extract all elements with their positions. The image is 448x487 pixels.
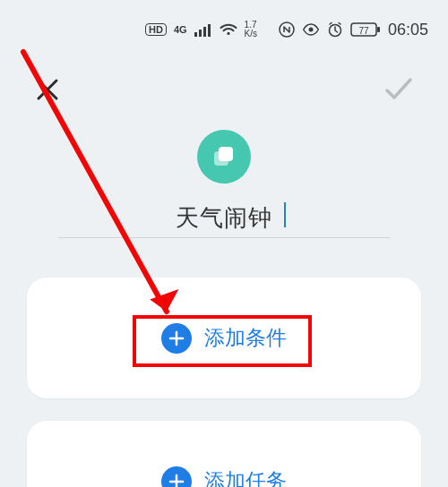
net-rate: 1.7 K/s bbox=[245, 21, 257, 38]
eye-icon bbox=[302, 23, 320, 36]
svg-rect-3 bbox=[208, 24, 211, 37]
svg-point-5 bbox=[308, 28, 313, 32]
svg-rect-0 bbox=[194, 32, 197, 37]
close-button[interactable] bbox=[34, 76, 61, 103]
close-icon bbox=[34, 76, 61, 103]
svg-rect-2 bbox=[203, 27, 206, 37]
svg-rect-1 bbox=[199, 30, 202, 37]
hd-badge: HD bbox=[145, 23, 167, 36]
network-type-badge: 4G bbox=[174, 24, 187, 35]
plus-icon bbox=[161, 323, 192, 354]
add-task-button[interactable]: 添加任务 bbox=[161, 466, 287, 488]
input-underline bbox=[58, 237, 390, 238]
status-bar: HD 4G 1.7 K/s bbox=[0, 16, 448, 43]
confirm-button[interactable] bbox=[383, 76, 414, 103]
add-condition-button[interactable]: 添加条件 bbox=[161, 323, 287, 354]
add-task-label: 添加任务 bbox=[204, 467, 287, 487]
alarm-icon bbox=[327, 21, 343, 38]
svg-text:77: 77 bbox=[358, 26, 369, 36]
check-icon bbox=[383, 76, 414, 103]
svg-rect-8 bbox=[377, 27, 380, 32]
text-caret bbox=[284, 202, 286, 227]
signal-icon bbox=[194, 22, 212, 37]
battery-icon: 77 bbox=[350, 21, 381, 38]
add-condition-label: 添加条件 bbox=[204, 324, 287, 352]
scene-icon-button[interactable] bbox=[197, 130, 251, 184]
copy-icon bbox=[211, 143, 237, 170]
wifi-icon bbox=[220, 22, 237, 37]
editor-header bbox=[0, 67, 448, 112]
nfc-icon bbox=[279, 21, 295, 38]
conditions-card: 添加条件 bbox=[27, 278, 421, 398]
scene-name-field[interactable] bbox=[58, 199, 390, 238]
plus-icon bbox=[161, 466, 192, 488]
clock-text: 06:05 bbox=[388, 21, 428, 39]
scene-name-input[interactable] bbox=[58, 199, 390, 237]
tasks-card: 添加任务 bbox=[27, 421, 421, 487]
svg-rect-11 bbox=[214, 151, 228, 166]
